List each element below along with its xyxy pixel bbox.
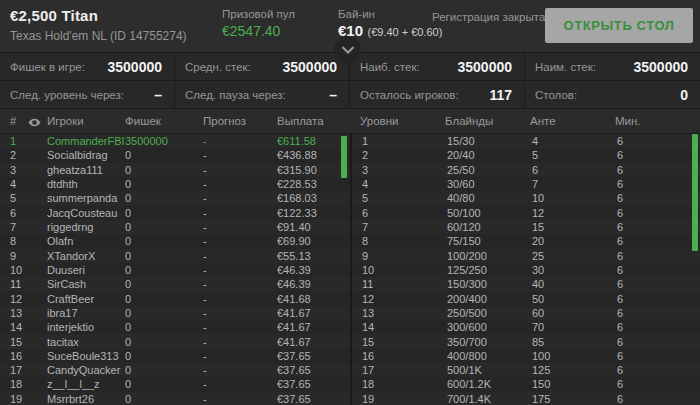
level-row[interactable]: 17500/1K1256 [352, 363, 700, 377]
player-rank: 8 [10, 235, 47, 247]
player-row[interactable]: 13ibra170-€41.67 [0, 306, 350, 320]
player-chips: 0 [125, 221, 203, 233]
player-chips: 0 [125, 235, 203, 247]
level-minutes: 6 [617, 192, 700, 204]
level-row[interactable]: 16400/8001006 [352, 349, 700, 363]
level-minutes: 6 [617, 221, 700, 233]
player-row[interactable]: 2Socialbidrag0-€436.88 [0, 148, 350, 162]
player-row[interactable]: 10Duuseri0-€46.39 [0, 263, 350, 277]
level-ante: 85 [532, 336, 617, 348]
stat-value: 0 [680, 87, 688, 103]
player-row[interactable]: 9XTandorX0-€55.13 [0, 249, 350, 263]
level-minutes: 6 [617, 321, 700, 333]
player-payout: €41.67 [277, 307, 350, 319]
player-row[interactable]: 1CommanderFBI3500000-€611.58 [0, 134, 350, 148]
open-table-button[interactable]: ОТКРЫТЬ СТОЛ [545, 8, 693, 43]
player-chips: 0 [125, 293, 203, 305]
player-row[interactable]: 18z__l__l__z0-€37.65 [0, 377, 350, 391]
level-ante: 15 [532, 221, 617, 233]
player-payout: €122.33 [277, 207, 350, 219]
level-ante: 6 [532, 164, 617, 176]
player-forecast: - [203, 178, 277, 190]
level-row[interactable]: 115/3046 [352, 134, 700, 148]
player-row[interactable]: 7riggedrng0-€91.40 [0, 220, 350, 234]
level-row[interactable]: 650/100126 [352, 206, 700, 220]
player-row[interactable]: 4dtdhth0-€228.53 [0, 177, 350, 191]
player-forecast: - [203, 350, 277, 362]
level-minutes: 6 [617, 149, 700, 161]
level-number: 16 [362, 350, 447, 362]
player-row[interactable]: 8Olafn0-€69.90 [0, 234, 350, 248]
player-forecast: - [203, 378, 277, 390]
level-row[interactable]: 18600/1.2K1506 [352, 377, 700, 391]
level-row[interactable]: 14300/600706 [352, 320, 700, 334]
level-ante: 4 [532, 135, 617, 147]
level-row[interactable]: 15350/700856 [352, 334, 700, 348]
eye-icon[interactable] [28, 115, 41, 133]
player-forecast: - [203, 192, 277, 204]
level-number: 12 [362, 293, 447, 305]
levels-header-blinds: Блайнды [445, 109, 493, 133]
player-row[interactable]: 14interjektio0-€41.67 [0, 320, 350, 334]
player-rank: 14 [10, 321, 47, 333]
stat-next-level: След. уровень через: – [0, 81, 175, 109]
player-row[interactable]: 19Msrrbrt260-€37.65 [0, 392, 350, 405]
level-row[interactable]: 540/80106 [352, 191, 700, 205]
prize-pool-label: Призовой пул [222, 8, 295, 20]
player-rank: 4 [10, 178, 47, 190]
level-blinds: 50/100 [447, 207, 532, 219]
level-minutes: 6 [617, 207, 700, 219]
player-name: Msrrbrt26 [47, 393, 125, 405]
level-row[interactable]: 875/150206 [352, 234, 700, 248]
level-number: 2 [362, 149, 447, 161]
player-row[interactable]: 6JacqCousteau0-€122.33 [0, 206, 350, 220]
player-row[interactable]: 17CandyQuacker0-€37.65 [0, 363, 350, 377]
level-row[interactable]: 11150/300406 [352, 277, 700, 291]
tournament-title: €2,500 Titan [10, 7, 98, 24]
level-minutes: 6 [617, 336, 700, 348]
level-minutes: 6 [617, 393, 700, 405]
level-minutes: 6 [617, 178, 700, 190]
player-chips: 0 [125, 378, 203, 390]
level-number: 10 [362, 264, 447, 276]
player-payout: €46.39 [277, 264, 350, 276]
player-rank: 2 [10, 149, 47, 161]
player-rank: 9 [10, 250, 47, 262]
level-number: 7 [362, 221, 447, 233]
player-row[interactable]: 3gheatza1110-€315.90 [0, 163, 350, 177]
level-ante: 12 [532, 207, 617, 219]
player-row[interactable]: 16SuceBoule3130-€37.65 [0, 349, 350, 363]
player-row[interactable]: 11SirCash0-€46.39 [0, 277, 350, 291]
level-row[interactable]: 9100/200256 [352, 249, 700, 263]
level-row[interactable]: 760/120156 [352, 220, 700, 234]
level-blinds: 125/250 [447, 264, 532, 276]
player-rank: 3 [10, 164, 47, 176]
level-row[interactable]: 12200/400506 [352, 291, 700, 305]
levels-scrollbar-thumb[interactable] [692, 134, 698, 251]
level-row[interactable]: 19700/1.4K1756 [352, 392, 700, 405]
level-minutes: 6 [617, 135, 700, 147]
player-forecast: - [203, 250, 277, 262]
level-row[interactable]: 325/5066 [352, 163, 700, 177]
player-rank: 19 [10, 393, 47, 405]
level-row[interactable]: 430/6076 [352, 177, 700, 191]
tournament-lobby-window: €2,500 Titan Texas Hold'em NL (ID 147552… [0, 0, 700, 405]
level-ante: 10 [532, 192, 617, 204]
players-scrollbar-thumb[interactable] [341, 136, 347, 178]
stat-value: 3500000 [282, 59, 337, 75]
level-blinds: 500/1K [447, 364, 532, 376]
player-chips: 0 [125, 278, 203, 290]
player-forecast: - [203, 164, 277, 176]
level-row[interactable]: 220/4056 [352, 148, 700, 162]
collapse-header-button[interactable] [334, 36, 361, 63]
player-forecast: - [203, 149, 277, 161]
level-row[interactable]: 10125/250306 [352, 263, 700, 277]
levels-header-ante: Анте [530, 109, 556, 133]
player-row[interactable]: 12CraftBeer0-€41.68 [0, 291, 350, 305]
player-row[interactable]: 15tacitax0-€41.67 [0, 334, 350, 348]
level-row[interactable]: 13250/500606 [352, 306, 700, 320]
stat-value: 117 [489, 87, 512, 103]
level-ante: 60 [532, 307, 617, 319]
player-chips: 0 [125, 264, 203, 276]
player-row[interactable]: 5summerpanda0-€168.03 [0, 191, 350, 205]
